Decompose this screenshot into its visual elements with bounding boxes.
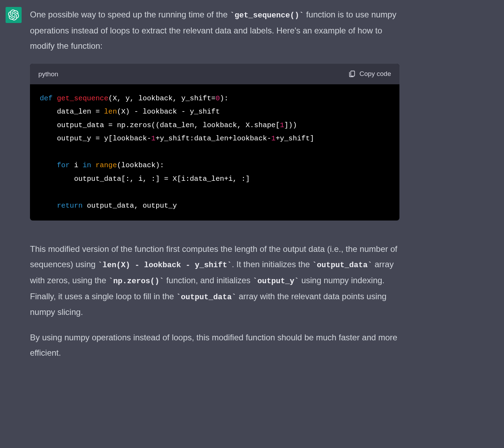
- token-builtin: range: [96, 161, 117, 169]
- token-keyword: return: [57, 202, 83, 210]
- token: output_y = y[lookback-: [40, 134, 151, 142]
- inline-code: `len(X) - lookback - y_shift`: [98, 261, 232, 270]
- token-keyword: def: [40, 94, 53, 102]
- token: +y_shift:data_len+lookback-: [155, 134, 271, 142]
- clipboard-icon: [348, 70, 356, 78]
- code-language-label: python: [38, 68, 58, 80]
- token-keyword: for: [57, 161, 70, 169]
- paragraph-intro: One possible way to speed up the running…: [30, 7, 399, 54]
- text: function, and initializes: [164, 276, 253, 285]
- token: ):: [220, 94, 229, 102]
- token: (X) - lookback - y_shift: [117, 108, 220, 116]
- code-header: python Copy code: [30, 64, 399, 84]
- text: One possible way to speed up the running…: [30, 10, 230, 19]
- assistant-message: One possible way to speed up the running…: [0, 0, 504, 368]
- code-block: python Copy code def get_sequence(X, y, …: [30, 64, 399, 221]
- svg-rect-0: [351, 71, 354, 76]
- token: data_len =: [40, 108, 104, 116]
- token: [91, 161, 96, 169]
- code-body: def get_sequence(X, y, lookback, y_shift…: [30, 84, 399, 221]
- text: . It then initializes the: [232, 260, 312, 269]
- token-keyword: in: [83, 161, 91, 169]
- token-funcname: get_sequence: [57, 94, 108, 102]
- message-content: One possible way to speed up the running…: [30, 7, 399, 361]
- inline-code: `output_data`: [312, 261, 372, 270]
- token: (lookback):: [117, 161, 164, 169]
- token: ])): [284, 121, 297, 129]
- assistant-avatar: [6, 7, 22, 23]
- chatgpt-logo-icon: [8, 9, 19, 21]
- inline-code: `np.zeros()`: [108, 277, 164, 286]
- token: output_data, output_y: [83, 202, 177, 210]
- inline-code: `output_y`: [253, 277, 299, 286]
- token: +y_shift]: [276, 134, 314, 142]
- token: output_data[:, i, :] = X[i:data_len+i, :…: [40, 175, 250, 183]
- copy-code-button[interactable]: Copy code: [348, 70, 391, 78]
- paragraph-conclusion: By using numpy operations instead of loo…: [30, 330, 399, 361]
- token: (X, y, lookback, y_shift=: [108, 94, 216, 102]
- token-builtin: len: [104, 108, 117, 116]
- paragraph-explanation: This modified version of the function fi…: [30, 241, 399, 320]
- inline-code: `get_sequence()`: [230, 11, 304, 20]
- copy-code-label: Copy code: [359, 70, 391, 78]
- token-number: 1: [280, 121, 284, 129]
- token: i: [70, 161, 83, 169]
- token: output_data = np.zeros((data_len, lookba…: [40, 121, 280, 129]
- inline-code: `output_data`: [176, 293, 236, 302]
- token-number: 1: [271, 134, 275, 142]
- token-number: 1: [151, 134, 155, 142]
- token-number: 0: [215, 94, 220, 102]
